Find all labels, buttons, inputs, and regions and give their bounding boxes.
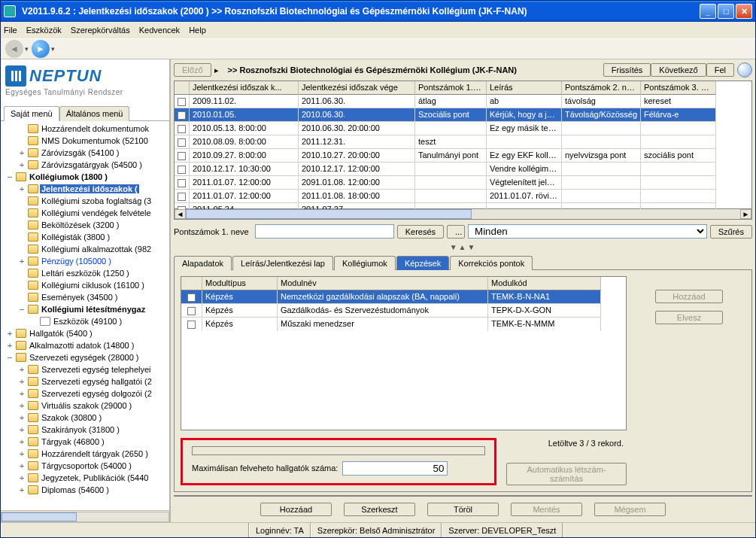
row-checkbox[interactable] — [178, 152, 186, 160]
tree-item[interactable]: NMS Dokumentumok (52100 — [2, 135, 169, 147]
column-header[interactable]: Pontszámok 3. ne... — [641, 81, 716, 95]
up-button[interactable]: Fel — [706, 63, 734, 77]
row-checkbox[interactable] — [178, 206, 186, 209]
tree-item[interactable]: +Pénzügy (105000 ) — [2, 255, 169, 267]
row-checkbox[interactable] — [178, 193, 186, 201]
table-row[interactable]: 2011.05.242011.07.27 — [175, 203, 751, 209]
tree-twisty[interactable]: + — [17, 449, 26, 459]
tree-item[interactable]: +Záróvizsgák (54100 ) — [2, 147, 169, 159]
tree-item[interactable]: +Alkalmazotti adatok (14800 ) — [2, 339, 169, 351]
pin-button[interactable] — [737, 62, 752, 78]
row-checkbox[interactable] — [178, 98, 186, 106]
bottom-delete-button[interactable]: Töröl — [427, 503, 499, 516]
row-checkbox[interactable] — [178, 166, 186, 174]
tree-item[interactable]: +Jegyzetek, Publikációk (5440 — [2, 472, 169, 484]
table-row[interactable]: 2010.08.09. 8:00:002011.12.31.teszt — [175, 135, 751, 149]
tree-item[interactable]: +Jelentkezési időszakok ( — [2, 183, 169, 195]
tree-item[interactable]: +Tárgycsoportok (54000 ) — [2, 460, 169, 472]
close-button[interactable]: ✕ — [736, 4, 752, 19]
tree-item[interactable]: +Hallgatók (5400 ) — [2, 327, 169, 339]
search-more-button[interactable]: ... — [447, 225, 465, 239]
table-row[interactable]: KépzésGazdálkodás- és Szervezéstudományo… — [181, 304, 626, 318]
tree-item[interactable]: Eszközök (49100 ) — [2, 315, 169, 327]
menu-fav[interactable]: Kedvencek — [139, 26, 180, 35]
tree-item[interactable]: −Szervezeti egységek (28000 ) — [2, 351, 169, 363]
column-header[interactable]: Pontszámok 1. ne... — [415, 81, 487, 95]
column-header[interactable] — [181, 277, 202, 290]
menu-file[interactable]: File — [4, 26, 17, 35]
row-checkbox[interactable] — [178, 138, 186, 147]
table-row[interactable]: 2010.01.05.2010.06.30.Szociális pontKérj… — [175, 108, 751, 122]
column-header[interactable]: Leírás — [487, 81, 562, 95]
max-students-input[interactable] — [342, 461, 448, 476]
tree-twisty[interactable]: + — [17, 401, 26, 411]
tree-twisty[interactable]: + — [17, 365, 26, 375]
tab-kollégiumok[interactable]: Kollégiumok — [334, 256, 396, 270]
tree-twisty[interactable]: + — [17, 425, 26, 435]
auto-count-button[interactable]: Automatikus létszám-számítás — [506, 463, 627, 485]
search-filter-select[interactable]: Minden — [468, 224, 707, 239]
tree-twisty[interactable]: + — [17, 485, 26, 495]
tree-item[interactable]: −Kollégiumok (1800 ) — [2, 171, 169, 183]
table-row[interactable]: 2010.12.17. 10:30:002010.12.17. 12:00:00… — [175, 163, 751, 176]
tree-item[interactable]: Leltári eszközök (1250 ) — [2, 267, 169, 279]
tab-képzések[interactable]: Képzések — [396, 256, 449, 270]
tree-item[interactable]: Beköltözések (3200 ) — [2, 219, 169, 231]
tree-item[interactable]: Kollégiumi szoba foglaltság (3 — [2, 195, 169, 207]
tree-item[interactable]: Kollégisták (3800 ) — [2, 231, 169, 243]
filter-button[interactable]: Szűrés — [710, 225, 752, 239]
tree-tab-own[interactable]: Saját menü — [4, 106, 59, 121]
tree-item[interactable]: −Kollégiumi létesítménygaz — [2, 303, 169, 315]
splitter-handle[interactable]: ▼▲▼ — [174, 243, 752, 252]
table-row[interactable]: 2009.11.02.2011.06.30.átlagabtávolságker… — [175, 95, 751, 108]
column-header[interactable]: Modulnév — [278, 277, 488, 290]
nav-back-dropdown[interactable]: ▾ — [25, 45, 29, 53]
tree-item[interactable]: Kollégiumi ciklusok (16100 ) — [2, 279, 169, 291]
tree-twisty[interactable]: + — [17, 413, 26, 423]
search-button[interactable]: Keresés — [397, 225, 444, 239]
bottom-edit-button[interactable]: Szerkeszt — [344, 503, 415, 516]
tree-twisty[interactable]: + — [17, 473, 26, 483]
tab-korrekciós pontok[interactable]: Korrekciós pontok — [450, 256, 533, 270]
column-header[interactable]: Modulkód — [488, 277, 601, 290]
tree-twisty[interactable]: + — [17, 160, 26, 170]
menu-role[interactable]: Szerepkörváltás — [71, 26, 130, 35]
tree-item[interactable]: +Szervezeti egység telephelyei — [2, 363, 169, 375]
maximize-button[interactable]: □ — [718, 4, 734, 19]
add-training-button[interactable]: Hozzáad — [655, 290, 723, 303]
tree-item[interactable]: +Szakok (30800 ) — [2, 412, 169, 424]
column-header[interactable] — [175, 81, 190, 95]
tree-item[interactable]: +Hozzárendelt tárgyak (2650 ) — [2, 448, 169, 460]
table-row[interactable]: 2010.09.27. 8:00:002010.10.27. 20:00:00T… — [175, 149, 751, 163]
tree-item[interactable]: +Diplomas (54600 ) — [2, 484, 169, 496]
tree-item[interactable]: Kollégiumi vendégek felvétele — [2, 207, 169, 219]
row-checkbox[interactable] — [187, 321, 196, 329]
tab-leírás/jelentkezési lap[interactable]: Leírás/Jelentkezési lap — [232, 256, 333, 270]
table-row[interactable]: KépzésNemzetközi gazdálkodási alapszak (… — [181, 290, 626, 304]
remove-training-button[interactable]: Elvesz — [655, 311, 723, 324]
nav-forward-dropdown[interactable]: ▾ — [51, 45, 55, 53]
row-checkbox[interactable] — [178, 111, 186, 120]
next-button[interactable]: Következő — [651, 63, 706, 77]
nav-forward-button[interactable]: ► — [32, 40, 50, 58]
column-header[interactable]: Pontszámok 2. ne... — [562, 81, 641, 95]
tree-twisty[interactable]: − — [5, 172, 14, 182]
tree-tab-general[interactable]: Általános menü — [59, 106, 130, 121]
tree-item[interactable]: +Szervezeti egység hallgatói (2 — [2, 375, 169, 388]
column-header[interactable]: Jelentkezési időszak k... — [190, 81, 299, 95]
tree-twisty[interactable]: + — [17, 377, 26, 387]
table-row[interactable]: 2010.05.13. 8:00:002010.06.30. 20:00:00E… — [175, 122, 751, 135]
tree-twisty[interactable]: − — [5, 353, 14, 363]
grid1-hscroll[interactable]: ◄► — [174, 209, 752, 220]
tree-twisty[interactable]: + — [17, 184, 26, 194]
tree-twisty[interactable]: + — [5, 341, 14, 351]
tree-twisty[interactable]: − — [17, 305, 26, 315]
bottom-add-button[interactable]: Hozzáad — [260, 503, 332, 516]
table-row[interactable]: KépzésMűszaki menedzserTEMK-E-N-MMM — [181, 318, 626, 331]
row-checkbox[interactable] — [178, 125, 186, 133]
menu-help[interactable]: Help — [189, 26, 206, 35]
tree-twisty[interactable]: + — [17, 389, 26, 399]
table-row[interactable]: 2011.01.07. 12:00:002011.01.08. 18:00:00… — [175, 190, 751, 203]
tree-twisty[interactable]: + — [17, 461, 26, 471]
tab-alapadatok[interactable]: Alapadatok — [174, 256, 232, 270]
